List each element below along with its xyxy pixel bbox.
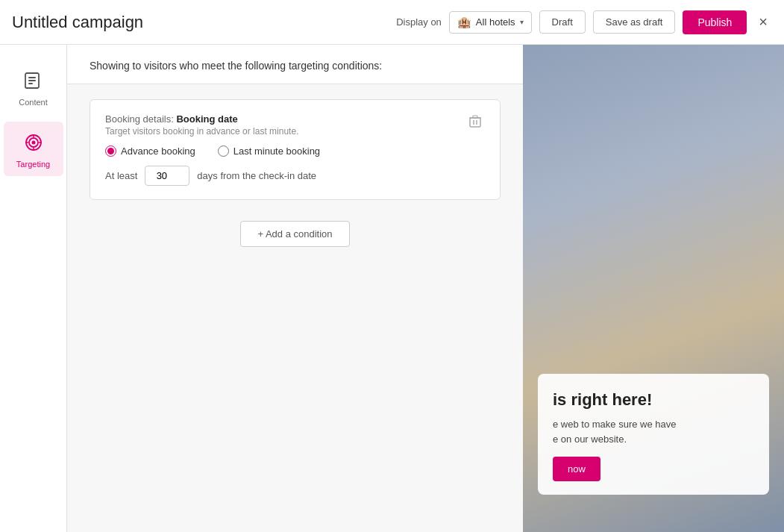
advance-booking-radio[interactable] (105, 145, 116, 157)
days-row: At least days from the check-in date (105, 166, 485, 186)
preview-area: is right here! e web to make sure we hav… (523, 45, 784, 532)
days-suffix-label: days from the check-in date (197, 170, 316, 181)
targeting-header-text: Showing to visitors who meet the followi… (90, 60, 382, 72)
header-actions: Display on 🏨 All hotels ▾ Draft Save as … (396, 10, 772, 34)
main-panel: Showing to visitors who meet the followi… (67, 45, 523, 532)
conditions-area: Booking details: Booking date Target vis… (67, 84, 523, 532)
last-minute-label: Last minute booking (233, 145, 320, 157)
publish-button[interactable]: Publish (683, 10, 747, 34)
svg-point-6 (31, 141, 35, 145)
svg-rect-2 (28, 80, 36, 81)
at-least-label: At least (105, 170, 137, 181)
svg-rect-3 (28, 83, 33, 84)
label-bold: Booking date (176, 113, 237, 125)
hotel-selector-label: All hotels (476, 16, 515, 28)
targeting-icon (20, 129, 47, 156)
booking-type-radio-group: Advance booking Last minute booking (105, 145, 485, 157)
content-icon (20, 67, 47, 94)
svg-rect-15 (473, 116, 477, 118)
preview-card-button[interactable]: now (553, 457, 600, 481)
chevron-down-icon: ▾ (520, 18, 524, 26)
sidebar: Content Targeting (0, 45, 67, 532)
condition-card: Booking details: Booking date Target vis… (90, 99, 501, 200)
sidebar-targeting-label: Targeting (16, 160, 50, 169)
delete-condition-button[interactable] (465, 113, 485, 133)
svg-rect-1 (28, 77, 36, 78)
condition-description: Target visitors booking in advance or la… (105, 126, 298, 137)
preview-card-title: is right here! (553, 390, 754, 410)
save-as-draft-button[interactable]: Save as draft (593, 10, 676, 34)
hotel-icon: 🏨 (457, 16, 471, 29)
last-minute-booking-option[interactable]: Last minute booking (218, 145, 320, 157)
app-header: Display on 🏨 All hotels ▾ Draft Save as … (0, 0, 784, 45)
hotel-selector[interactable]: 🏨 All hotels ▾ (449, 11, 532, 34)
sidebar-item-targeting[interactable]: Targeting (4, 122, 63, 176)
booking-details-label: Booking details: Booking date (105, 113, 298, 125)
close-button[interactable]: × (754, 10, 772, 34)
days-input[interactable] (145, 166, 189, 186)
last-minute-radio[interactable] (218, 145, 229, 157)
targeting-header: Showing to visitors who meet the followi… (67, 45, 523, 84)
add-condition-area: + Add a condition (90, 221, 501, 247)
svg-rect-11 (470, 118, 480, 127)
draft-button[interactable]: Draft (539, 10, 586, 34)
display-on-label: Display on (396, 16, 442, 28)
sidebar-content-label: Content (19, 98, 48, 107)
advance-booking-label: Advance booking (121, 145, 195, 157)
advance-booking-option[interactable]: Advance booking (105, 145, 195, 157)
condition-title-area: Booking details: Booking date Target vis… (105, 113, 298, 137)
body-area: Content Targeting (0, 45, 784, 532)
preview-card: is right here! e web to make sure we hav… (538, 374, 769, 495)
campaign-title-input[interactable] (12, 13, 387, 32)
sidebar-item-content[interactable]: Content (4, 60, 63, 114)
preview-card-text: e web to make sure we have e on our webs… (553, 417, 754, 446)
label-prefix: Booking details: (105, 113, 174, 125)
add-condition-button[interactable]: + Add a condition (240, 221, 349, 247)
condition-header: Booking details: Booking date Target vis… (105, 113, 485, 137)
